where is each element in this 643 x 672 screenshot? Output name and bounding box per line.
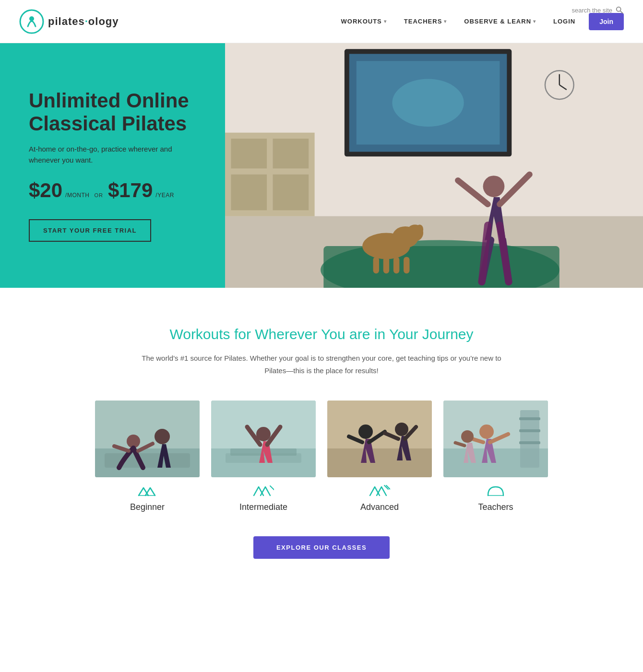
yearly-price: $179 bbox=[108, 179, 153, 202]
intermediate-image bbox=[211, 401, 316, 477]
beginner-scene bbox=[95, 401, 200, 477]
svg-rect-27 bbox=[393, 257, 399, 273]
intermediate-label: Intermediate bbox=[211, 502, 316, 512]
svg-rect-14 bbox=[231, 175, 267, 211]
svg-rect-13 bbox=[273, 139, 309, 168]
monthly-price: $20 bbox=[29, 179, 62, 202]
svg-point-44 bbox=[395, 423, 408, 436]
chevron-down-icon: ▾ bbox=[384, 19, 387, 24]
logo[interactable]: pilates·ology bbox=[19, 9, 119, 34]
yearly-suffix: /year bbox=[155, 192, 174, 199]
nav-workouts[interactable]: WORKOUTS ▾ bbox=[333, 14, 395, 29]
svg-point-2 bbox=[617, 7, 621, 12]
hero-image bbox=[225, 43, 643, 288]
price-or: OR bbox=[94, 192, 103, 198]
hero-content: Unlimited Online Classical Pilates At-ho… bbox=[0, 60, 221, 271]
svg-line-40 bbox=[270, 486, 274, 490]
advanced-label: Advanced bbox=[327, 502, 432, 512]
svg-rect-15 bbox=[273, 175, 309, 211]
beginner-icon bbox=[136, 483, 159, 498]
svg-point-43 bbox=[358, 424, 373, 439]
svg-line-3 bbox=[620, 11, 623, 13]
svg-point-33 bbox=[155, 429, 170, 444]
nav-observe-learn[interactable]: OBSERVE & LEARN ▾ bbox=[455, 14, 545, 29]
svg-rect-20 bbox=[323, 246, 559, 288]
svg-rect-25 bbox=[373, 257, 379, 273]
logo-text: pilates·ology bbox=[48, 15, 119, 28]
search-icon bbox=[615, 6, 624, 14]
svg-rect-51 bbox=[519, 429, 540, 432]
svg-point-53 bbox=[479, 424, 494, 439]
class-card-teachers[interactable]: Teachers bbox=[443, 401, 548, 512]
hero-section: Unlimited Online Classical Pilates At-ho… bbox=[0, 43, 643, 288]
beginner-image bbox=[95, 401, 200, 477]
hero-background bbox=[225, 43, 643, 288]
class-card-advanced[interactable]: Advanced bbox=[327, 401, 432, 512]
hero-scene-svg bbox=[225, 43, 643, 288]
explore-button-wrapper: EXPLORE OUR CLASSES bbox=[19, 536, 624, 559]
main-nav: WORKOUTS ▾ TEACHERS ▾ OBSERVE & LEARN ▾ … bbox=[333, 13, 624, 30]
logo-icon bbox=[19, 9, 44, 34]
teachers-scene bbox=[443, 401, 548, 477]
class-card-intermediate[interactable]: Intermediate bbox=[211, 401, 316, 512]
svg-rect-12 bbox=[231, 139, 267, 168]
svg-point-29 bbox=[483, 176, 505, 197]
search-label: search the site bbox=[572, 7, 612, 14]
teachers-icon bbox=[484, 483, 507, 498]
search-area[interactable]: search the site bbox=[572, 6, 624, 14]
nav-teachers[interactable]: TEACHERS ▾ bbox=[395, 14, 456, 29]
chevron-down-icon: ▾ bbox=[444, 19, 447, 24]
class-card-beginner[interactable]: Beginner bbox=[95, 401, 200, 512]
teachers-label: Teachers bbox=[443, 502, 548, 512]
advanced-icon bbox=[368, 483, 391, 498]
hero-price: $20/month OR $179/year bbox=[29, 179, 192, 202]
workouts-heading: Workouts for Wherever You are in Your Jo… bbox=[19, 326, 624, 342]
join-button[interactable]: Join bbox=[589, 13, 624, 30]
hero-heading: Unlimited Online Classical Pilates bbox=[29, 89, 192, 136]
svg-rect-26 bbox=[383, 257, 389, 273]
site-header: pilates·ology search the site WORKOUTS ▾… bbox=[0, 0, 643, 43]
intermediate-icon bbox=[252, 483, 275, 498]
svg-point-10 bbox=[392, 79, 464, 127]
monthly-suffix: /month bbox=[65, 192, 89, 199]
chevron-down-icon: ▾ bbox=[533, 19, 536, 24]
svg-rect-52 bbox=[519, 441, 540, 444]
svg-rect-28 bbox=[404, 257, 409, 273]
svg-point-54 bbox=[461, 430, 474, 443]
free-trial-button[interactable]: START YOUR FREE TRIAL bbox=[29, 219, 151, 242]
workouts-description: The world's #1 source for Pilates. Wheth… bbox=[134, 352, 509, 377]
intermediate-scene bbox=[211, 401, 316, 477]
advanced-scene bbox=[327, 401, 432, 477]
workouts-section: Workouts for Wherever You are in Your Jo… bbox=[0, 288, 643, 588]
svg-rect-42 bbox=[327, 448, 432, 477]
beginner-label: Beginner bbox=[95, 502, 200, 512]
teachers-image bbox=[443, 401, 548, 477]
svg-rect-50 bbox=[519, 417, 540, 420]
advanced-image bbox=[327, 401, 432, 477]
svg-point-1 bbox=[29, 16, 34, 21]
nav-login[interactable]: LOGIN bbox=[545, 14, 584, 29]
explore-classes-button[interactable]: EXPLORE OUR CLASSES bbox=[253, 536, 390, 559]
svg-point-24 bbox=[416, 224, 423, 234]
hero-subtext: At-home or on-the-go, practice wherever … bbox=[29, 144, 192, 165]
class-cards-container: Beginner bbox=[19, 401, 624, 512]
